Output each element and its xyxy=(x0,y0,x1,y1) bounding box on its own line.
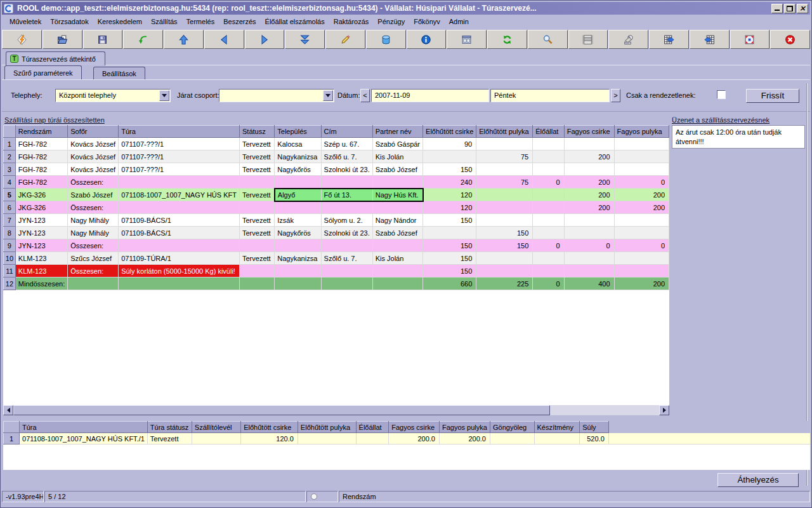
toolbar-button-save[interactable] xyxy=(83,30,123,49)
grid-cell[interactable] xyxy=(533,201,564,214)
grid-cell[interactable] xyxy=(372,239,422,252)
grid-cell[interactable] xyxy=(533,214,564,227)
grid-cell[interactable]: Kovács József xyxy=(68,138,119,150)
grid-cell[interactable] xyxy=(372,201,422,214)
grid-cell[interactable]: 400 xyxy=(564,277,614,290)
column-header[interactable]: Előhűtött pulyka xyxy=(476,126,533,138)
menu-item-torzsadatok[interactable]: Törzsadatok xyxy=(46,16,93,27)
menu-item-kereskedelem[interactable]: Kereskedelem xyxy=(93,16,147,27)
toolbar-button-edit[interactable] xyxy=(325,30,365,49)
row-number[interactable]: 8 xyxy=(4,227,16,239)
grid-cell[interactable] xyxy=(298,433,356,444)
grid-cell[interactable]: 225 xyxy=(476,277,533,290)
grid-cell[interactable]: Szolnoki út 23. xyxy=(321,163,372,176)
grid-cell[interactable]: Tervezett xyxy=(239,189,274,201)
grid-cell[interactable]: 0 xyxy=(564,239,614,252)
grid-cell[interactable]: Kovács József xyxy=(68,163,119,176)
grid-cell[interactable]: Szőlő u. 7. xyxy=(321,150,372,163)
grid-cell-focused[interactable]: Algyő xyxy=(275,189,321,201)
grid-cell[interactable]: Szép u. 67. xyxy=(321,138,372,150)
row-number[interactable]: 1 xyxy=(4,138,16,150)
grid-cell[interactable]: Nagykanizsa xyxy=(275,252,321,265)
grid-cell[interactable]: 150 xyxy=(476,239,533,252)
menu-item-eloallat-elszamolas[interactable]: Élőállat elszámolás xyxy=(261,16,329,27)
grid-cell[interactable]: JYN-123 xyxy=(15,239,67,252)
menu-item-beszerzes[interactable]: Beszerzés xyxy=(219,16,260,27)
grid-cell[interactable]: Sólyom u. 2. xyxy=(321,214,372,227)
grid-cell[interactable]: Mindösszesen: xyxy=(15,277,67,290)
grid-cell[interactable] xyxy=(239,176,274,189)
move-button[interactable]: Áthelyezés xyxy=(717,473,799,487)
grid-cell[interactable]: 071107-???/1 xyxy=(119,138,240,150)
grid-cell[interactable]: Kalocsa xyxy=(275,138,321,150)
grid-cell[interactable]: Tervezett xyxy=(239,138,274,150)
grid-cell[interactable]: 071109-BÁCS/1 xyxy=(119,227,240,239)
grid-cell[interactable] xyxy=(372,277,422,290)
date-input[interactable]: 2007-11-09 xyxy=(371,89,489,102)
grid-cell[interactable] xyxy=(614,252,669,265)
row-number[interactable]: 9 xyxy=(4,239,16,252)
grid-cell[interactable]: 120 xyxy=(423,189,476,201)
grid-cell[interactable] xyxy=(614,227,669,239)
grid-cell[interactable] xyxy=(423,150,476,163)
grid-cell[interactable]: Tervezett xyxy=(239,227,274,239)
toolbar-button-info[interactable] xyxy=(407,30,447,49)
grid-cell[interactable] xyxy=(119,201,240,214)
grid-cell[interactable]: JKG-326 xyxy=(15,201,67,214)
grid-cell[interactable] xyxy=(614,265,669,277)
toolbar-button-refresh[interactable] xyxy=(487,30,527,49)
grid-cell[interactable]: 0 xyxy=(533,277,564,290)
tab-turaszervezes-attekinto[interactable]: T Túraszervezés áttekintő xyxy=(6,51,105,65)
grid-cell[interactable] xyxy=(476,138,533,150)
grid-cell[interactable] xyxy=(533,227,564,239)
grid-cell[interactable] xyxy=(476,189,533,201)
toolbar-button-open[interactable] xyxy=(43,30,82,49)
grid-cell[interactable] xyxy=(564,138,614,150)
grid-cell[interactable]: Tervezett xyxy=(239,150,274,163)
row-number[interactable]: 11 xyxy=(4,265,16,277)
grid-cell[interactable]: Tervezett xyxy=(239,252,274,265)
titlebar[interactable]: ROOL demo::app_teszt::elelmiszerbiztonsa… xyxy=(2,2,810,15)
row-number[interactable]: 1 xyxy=(4,433,20,444)
row-number[interactable]: 2 xyxy=(4,150,16,163)
toolbar-button-export-table[interactable] xyxy=(649,30,689,49)
jarat-csoport-select[interactable] xyxy=(219,89,334,102)
grid-cell[interactable] xyxy=(476,163,533,176)
column-header[interactable]: Súly xyxy=(580,422,609,433)
grid-cell[interactable] xyxy=(321,239,372,252)
grid-cell[interactable]: Összesen: xyxy=(68,201,119,214)
grid-cell[interactable] xyxy=(119,239,240,252)
grid-cell[interactable] xyxy=(321,201,372,214)
grid-cell[interactable]: 150 xyxy=(423,239,476,252)
grid-cell[interactable]: FGH-782 xyxy=(15,138,67,150)
grid-cell[interactable] xyxy=(476,252,533,265)
grid-cell[interactable]: Kovács József xyxy=(68,150,119,163)
grid-cell[interactable] xyxy=(275,265,321,277)
grid-cell[interactable]: 071107-???/1 xyxy=(119,163,240,176)
grid-cell[interactable]: Nagy Mihály xyxy=(68,214,119,227)
toolbar-button-database[interactable] xyxy=(366,30,406,49)
grid-cell[interactable]: Nagykőrös xyxy=(275,163,321,176)
grid-cell[interactable]: KLM-123 xyxy=(15,252,67,265)
toolbar-button-form[interactable] xyxy=(447,30,487,49)
column-header[interactable]: Göngyöleg xyxy=(490,422,534,433)
grid-cell[interactable] xyxy=(275,239,321,252)
grid-cell[interactable] xyxy=(614,214,669,227)
column-header[interactable]: Előhűtött csirke xyxy=(241,422,298,433)
tab-szuro-parameterek[interactable]: Szűrő paraméterek xyxy=(4,65,82,79)
grid-cell[interactable]: 150 xyxy=(423,252,476,265)
grid-cell[interactable]: 240 xyxy=(423,176,476,189)
menu-item-admin[interactable]: Admin xyxy=(445,16,473,27)
close-button[interactable]: × xyxy=(797,4,808,13)
grid-cell[interactable] xyxy=(192,433,240,444)
grid-cell[interactable] xyxy=(239,265,274,277)
scroll-right-button[interactable] xyxy=(659,405,669,415)
column-header[interactable]: Előhűtött csirke xyxy=(423,126,476,138)
toolbar-button-last[interactable] xyxy=(285,30,325,49)
toolbar-button-previous[interactable] xyxy=(204,30,244,49)
grid-cell[interactable]: Nagykőrös xyxy=(275,227,321,239)
grid-cell[interactable]: 200 xyxy=(614,189,669,201)
column-header[interactable]: Státusz xyxy=(239,126,274,138)
grid-cell[interactable]: Tervezett xyxy=(239,214,274,227)
column-header[interactable]: Túra xyxy=(20,422,148,433)
